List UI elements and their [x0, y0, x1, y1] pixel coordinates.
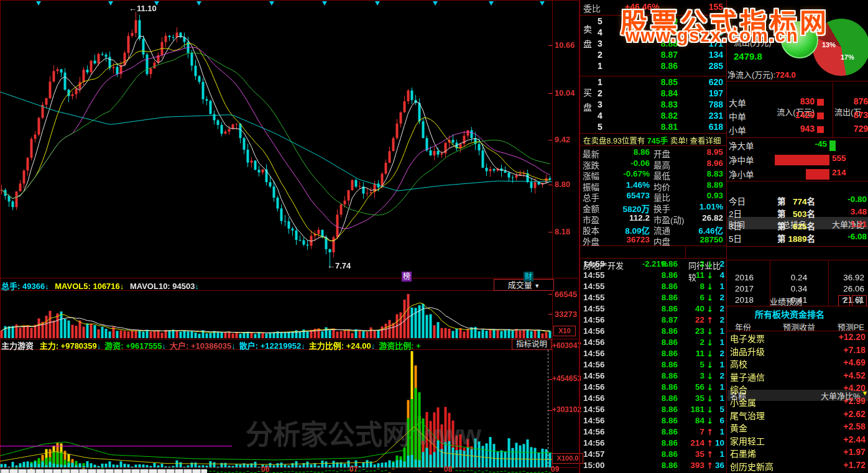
- tick-volume: 22: [675, 315, 704, 324]
- board-value: +4.20: [827, 383, 866, 393]
- tick-time: 14:56: [583, 438, 605, 448]
- net-label: 净大单: [729, 139, 754, 152]
- tick-volume: 23: [675, 326, 704, 336]
- quote-grid: 最新8.86开盘8.95涨跌-0.06最高8.96涨幅-0.67%最低8.83振…: [581, 147, 726, 246]
- buy-row[interactable]: 18.85620: [581, 77, 726, 88]
- tick-price: 8.86: [625, 304, 678, 313]
- tick-time: 14:56: [583, 427, 605, 436]
- tab-bang[interactable]: 榜: [402, 272, 412, 282]
- large-order-notice[interactable]: 在卖盘8.93位置有 745手 卖单! 查看详细: [583, 134, 725, 146]
- tick-volume: 7: [675, 427, 704, 436]
- tick-row[interactable]: 14:568.862↓1: [581, 338, 726, 349]
- flow-label: 中单: [729, 110, 746, 122]
- tick-count: 2: [713, 304, 724, 313]
- quote-value: 1.46%: [617, 180, 650, 190]
- tick-volume: 8: [675, 282, 704, 291]
- board-row[interactable]: 黄金+2.58: [726, 421, 868, 434]
- tick-price: 8.86: [625, 416, 678, 425]
- board-row[interactable]: 量子通信+4.52: [726, 370, 868, 383]
- tick-row[interactable]: 14:568.8635↓1: [581, 393, 726, 405]
- tick-time: 14:55: [583, 293, 605, 302]
- tick-row[interactable]: 15:008.86393↑36: [581, 461, 726, 472]
- tick-row[interactable]: 14:568.8623↓1: [581, 326, 726, 338]
- net-bar: [829, 140, 836, 151]
- buy-row[interactable]: 48.82231: [581, 111, 726, 122]
- tick-row[interactable]: 14:578.8635↑1: [581, 449, 726, 461]
- rank-value: 3.48: [834, 207, 867, 216]
- buy-row[interactable]: 28.84197: [581, 88, 726, 99]
- tick-time: 14:56: [583, 349, 605, 358]
- tick-row[interactable]: 14:558.866↓2: [581, 293, 726, 304]
- tick-count: 36: [713, 461, 724, 470]
- tab-cai[interactable]: 财: [524, 272, 533, 282]
- forecast-row: 20180.4121.61: [727, 295, 868, 306]
- board-row[interactable]: 综合+4.20: [726, 383, 868, 396]
- mavol5-label: MAVOL5: 106716↓: [55, 282, 124, 291]
- volume-tick: 33273: [555, 310, 577, 319]
- tick-row[interactable]: 14:568.867↑1: [581, 427, 726, 438]
- board-value: +2.99: [827, 396, 866, 406]
- board-row[interactable]: 创历史新高+1.72: [726, 460, 868, 473]
- forecast-income: 0.34: [771, 284, 827, 293]
- tick-row[interactable]: 14:568.8684↓6: [581, 416, 726, 427]
- tick-row[interactable]: 14:568.86214↑10: [581, 438, 726, 449]
- board-name: 创历史新高: [730, 460, 773, 472]
- tick-price: 8.86: [625, 349, 678, 358]
- down-arrow-icon: ↓: [231, 341, 236, 351]
- tick-row[interactable]: 14:568.8656↓1: [581, 382, 726, 393]
- tick-row[interactable]: 14:558.8611↓4: [581, 270, 726, 282]
- volume: 285: [681, 61, 723, 71]
- board-row[interactable]: 尾气治理+2.62: [726, 409, 868, 422]
- net-value: 555: [832, 154, 846, 163]
- forecast-table: 20160.2436.9220170.3426.0620180.4121.61: [727, 273, 868, 306]
- moneyflow-table: 大单830876中单1429873小单943729: [727, 96, 868, 137]
- tick-volume: 2: [675, 259, 704, 269]
- price-tick: 9.42: [555, 135, 570, 144]
- tick-volume: 2: [675, 338, 704, 347]
- board-row[interactable]: 油品升级+7.18: [726, 345, 868, 358]
- tick-row[interactable]: 14:568.863↓2: [581, 371, 726, 382]
- net-order-row: 净大单-45: [727, 139, 868, 154]
- tick-row[interactable]: 14:558.868↓1: [581, 282, 726, 293]
- tick-row[interactable]: 14:558.862↓2: [581, 259, 726, 270]
- bar-swatch: [817, 126, 824, 133]
- tick-count: 2: [713, 293, 724, 302]
- watermark-line2: www.gszx.com.cn: [626, 25, 799, 46]
- sell-row[interactable]: 18.86285: [581, 61, 726, 72]
- rank-day: 5日: [729, 232, 742, 244]
- quote-row: 涨幅-0.67%最低8.83: [581, 169, 726, 180]
- board-row[interactable]: 石墨烯+1.97: [726, 447, 868, 460]
- quote-value: 8.96: [691, 158, 723, 168]
- pie-label: 13%: [822, 41, 836, 48]
- tick-volume: 5: [675, 360, 704, 369]
- tick-row[interactable]: 14:568.86181↓5: [581, 405, 726, 416]
- tick-count: 5: [713, 405, 724, 414]
- board-row[interactable]: 小金属+2.99: [726, 396, 868, 409]
- tick-row[interactable]: 14:568.8611↓2: [581, 349, 726, 360]
- tick-price: 8.86: [625, 371, 678, 380]
- indicator-help-button[interactable]: 指标说明: [512, 339, 552, 350]
- board-row[interactable]: 电子发票+12.20: [726, 332, 868, 345]
- tick-row[interactable]: 14:568.865↓1: [581, 360, 726, 371]
- kline-chart-canvas[interactable]: [0, 0, 578, 473]
- quote-value: 8.86: [617, 147, 650, 157]
- buy-row[interactable]: 38.83788: [581, 99, 726, 111]
- timeline-label: 09: [551, 465, 559, 473]
- level: 4: [598, 27, 603, 37]
- quote-row: 金额5820万换手1.01%: [581, 202, 726, 213]
- tick-count: 2: [713, 315, 724, 324]
- board-name: 电子发票: [730, 332, 765, 344]
- rank-value: 1.21: [834, 219, 867, 229]
- quote-value: 8.83: [691, 169, 723, 178]
- board-row[interactable]: 家用轻工+2.44: [726, 434, 868, 448]
- tick-row[interactable]: 14:568.8722↑2: [581, 315, 726, 326]
- tick-time: 14:55: [583, 304, 605, 313]
- level: 4: [598, 111, 603, 121]
- sell-row[interactable]: 28.87134: [581, 50, 726, 61]
- tick-list: 14:558.862↓214:558.8611↓414:558.868↓114:…: [581, 259, 726, 473]
- buy-row[interactable]: 58.81618: [581, 122, 726, 133]
- board-row[interactable]: 高校+4.69: [726, 357, 868, 370]
- tick-price: 8.86: [625, 326, 678, 336]
- tick-row[interactable]: 14:558.8640↓2: [581, 304, 726, 315]
- panel-divider: [579, 0, 580, 473]
